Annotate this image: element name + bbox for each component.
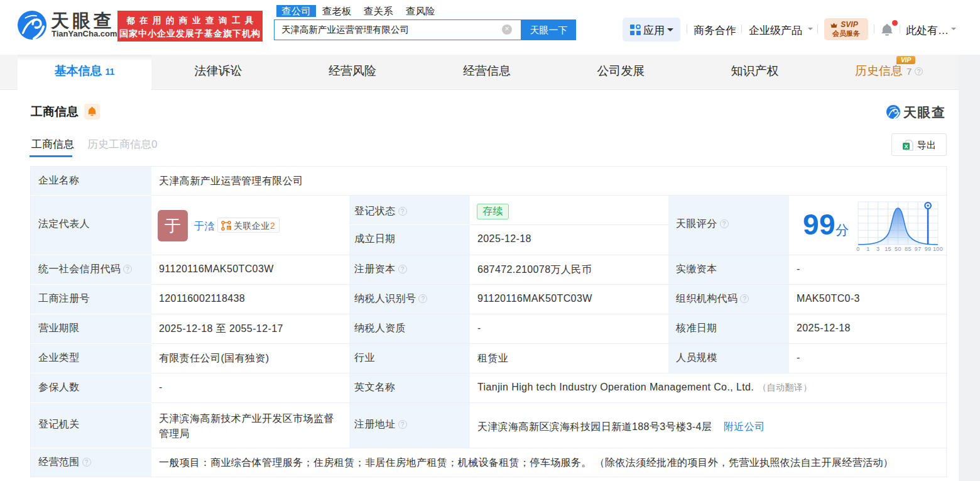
svg-text:企: 企	[227, 226, 231, 230]
svg-text:97: 97	[915, 246, 922, 252]
svg-text:15: 15	[885, 246, 891, 252]
svg-text:0: 0	[856, 246, 859, 252]
svg-text:100: 100	[933, 246, 943, 252]
svg-text:X: X	[904, 143, 908, 150]
svg-text:50: 50	[895, 246, 901, 252]
svg-text:1: 1	[866, 246, 869, 252]
svg-text:99: 99	[925, 246, 932, 252]
svg-text:3: 3	[876, 246, 879, 252]
svg-text:85: 85	[905, 246, 912, 252]
